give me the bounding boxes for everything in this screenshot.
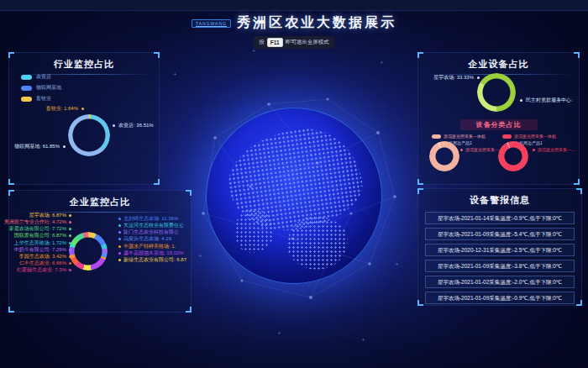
equipment-callout-right: 民主村党群服务中心: — [526, 97, 573, 104]
alarm-row: 星宇农场-2021-01-14采集温度:-0.9℃,低于下限:0℃ — [425, 212, 575, 224]
device-class-right-donut — [498, 141, 528, 171]
industry-callout-right: 农资店: 36.51% — [118, 122, 154, 129]
enterprise-labels-left: 星宇农场: 6.87% 秀洲雨兰专业合作社: 4.72% 家庭农场有限公司: 7… — [11, 213, 71, 273]
enterprise-label: 新绿生态农业有限公司: 6.87 — [118, 257, 186, 263]
tooltip-prefix: 按 — [259, 39, 265, 46]
legend-swatch — [21, 75, 32, 80]
equipment-donut-chart — [477, 73, 516, 112]
alarm-row: 星宇农场-2021-01-02采集温度:-2.0℃,低于下限:0℃ — [425, 276, 575, 288]
panel-title: 企业设备占比 — [418, 53, 579, 71]
enterprise-label: 国联发有限公司: 6.87% — [14, 234, 71, 239]
label-dot — [118, 231, 121, 234]
legend-label: 温湿度光照采集一体机 — [514, 134, 556, 139]
enterprise-label: 家庭农场有限公司: 7.72% — [9, 226, 71, 232]
enterprise-label: 北刘锦生态农场: 11.36% — [118, 216, 178, 222]
top-bar — [0, 0, 588, 11]
f11-keycap: F11 — [267, 38, 283, 47]
enterprise-label: 中奶牛有限公司: 7.29% — [14, 247, 71, 253]
enterprise-label: 乌窝浜生态农场: 4.29 — [118, 237, 171, 243]
label-dot — [69, 234, 71, 237]
enterprise-label: 星宇农场: 6.87% — [29, 213, 71, 218]
industry-callout-left: 物联网基地: 61.85% — [9, 143, 60, 150]
alarm-info-panel: 设备警报信息 星宇农场-2021-01-14采集温度:-0.9℃,低于下限:0℃… — [417, 188, 582, 306]
enterprise-label: 丰源水产特种养殖场: 1. — [118, 244, 176, 250]
enterprise-label-text: 红菱丽生态农业: 7.3% — [17, 266, 66, 274]
label-dot — [118, 252, 121, 255]
industry-callout-top: 畜牧业: 1.64% — [28, 105, 78, 113]
legend-item: 物联网基地 — [21, 84, 61, 92]
fullscreen-tooltip: 按 F11 即可退出全屏模式 — [0, 36, 588, 49]
enterprise-labels-right: 北刘锦生态农场: 11.36% 大运河生态牧业有限责任公 陡门生态农业科技有限公… — [118, 216, 191, 263]
enterprise-label: 大运河生态牧业有限责任公 — [118, 223, 184, 229]
equipment-ratio-panel: 企业设备占比 星宇农场: 33.33% 民主村党群服务中心: 设备分类占比 温湿… — [417, 52, 580, 185]
label-dot — [118, 238, 121, 240]
industry-legend: 农资店 物联网基地 畜牧业 — [21, 73, 61, 103]
alarm-row: 星宇农场-2020-12-31采集温度:-2.5℃,低于下限:0℃ — [425, 244, 575, 256]
legend-swatch — [21, 97, 32, 102]
legend-item: 畜牧业 — [21, 95, 61, 103]
legend-swatch — [21, 86, 32, 91]
enterprise-label: 上华生态养殖场: 1.72% — [14, 240, 71, 246]
enterprise-label-text: 新绿生态农业有限公司: 6.87 — [123, 256, 186, 264]
label-dot — [118, 224, 121, 227]
label-dot — [69, 221, 71, 223]
equipment-callout-left: 星宇农场: 33.33% — [422, 74, 474, 81]
label-dot — [118, 259, 121, 261]
tooltip-suffix: 即可退出全屏模式 — [286, 39, 329, 46]
industry-monitor-panel: 行业监控占比 农资店 物联网基地 畜牧业 畜牧业: 1.64% 农资店: 36.… — [8, 52, 160, 185]
label-dot — [69, 262, 71, 265]
label-dot — [69, 214, 71, 217]
panel-title: 行业监控占比 — [9, 53, 159, 71]
plus-decoration — [380, 59, 384, 66]
legend-label: 温湿度光照采集一体机 — [444, 134, 486, 139]
enterprise-label: 仁丰生态农业: 6.66% — [19, 260, 71, 266]
label-dot — [69, 242, 71, 244]
plus-decoration — [361, 336, 365, 344]
industry-donut-chart — [68, 114, 110, 156]
legend-label: 农资店 — [36, 73, 51, 81]
alarm-row: 星宇农场-2021-01-09采集温度:-0.9℃,低于下限:0℃ — [425, 292, 575, 304]
brand-logo: TANGWANG — [192, 19, 231, 28]
enterprise-label: 红菱丽生态农业: 7.3% — [17, 268, 71, 274]
plus-decoration — [173, 71, 177, 78]
label-dot — [118, 245, 121, 248]
label-dot — [69, 269, 71, 271]
alarm-list: 星宇农场-2021-01-14采集温度:-0.9℃,低于下限:0℃ 星宇农场-2… — [425, 212, 575, 304]
legend-label: 畜牧业 — [36, 95, 51, 103]
legend-item: 农资店 — [21, 73, 61, 81]
label-dot — [69, 249, 71, 251]
panel-title: 企业监控占比 — [9, 191, 191, 208]
page-title: 秀洲区农业大数据展示 — [237, 14, 396, 32]
label-dot — [69, 255, 71, 258]
legend-swatch — [432, 134, 441, 139]
legend-label: 物联网基地 — [36, 84, 61, 92]
label-dot — [69, 228, 71, 230]
alarm-row: 星宇农场-2021-01-09采集温度:-5.4℃,低于下限:0℃ — [425, 228, 575, 240]
device-class-right-legend1: 温湿度光照采集一体机 — [502, 134, 556, 139]
enterprise-label: 李园生态农场: 3.42% — [19, 254, 71, 260]
device-class-left-legend1: 温湿度光照采集一体机 — [432, 134, 486, 139]
device-class-title: 设备分类占比 — [460, 119, 538, 130]
label-dot — [118, 218, 121, 220]
enterprise-label: 秀洲雨兰专业合作社: 4.72% — [4, 219, 71, 225]
device-class-left-callout: 温湿度光照采集一… — [465, 147, 503, 152]
plus-decoration — [277, 329, 281, 337]
header: TANGWANG 秀洲区农业大数据展示 — [0, 14, 588, 32]
panel-title: 设备警报信息 — [418, 189, 581, 207]
enterprise-donut-chart — [69, 232, 108, 271]
legend-swatch — [502, 134, 512, 139]
enterprise-label: 盛丰花园苗木基地: 15.02% — [118, 250, 184, 256]
globe-network-lines — [192, 86, 402, 313]
alarm-row: 星宇农场-2021-01-09采集温度:-3.8℃,低于下限:0℃ — [425, 260, 575, 272]
device-class-right-callout: 温湿度光照采集一… — [538, 147, 575, 152]
device-class-left-donut — [429, 141, 459, 171]
enterprise-monitor-panel: 企业监控占比 星宇农场: 6.87% 秀洲雨兰专业合作社: 4.72% 家庭农场… — [8, 190, 192, 313]
enterprise-label: 陡门生态农业科技有限公 — [118, 229, 179, 235]
